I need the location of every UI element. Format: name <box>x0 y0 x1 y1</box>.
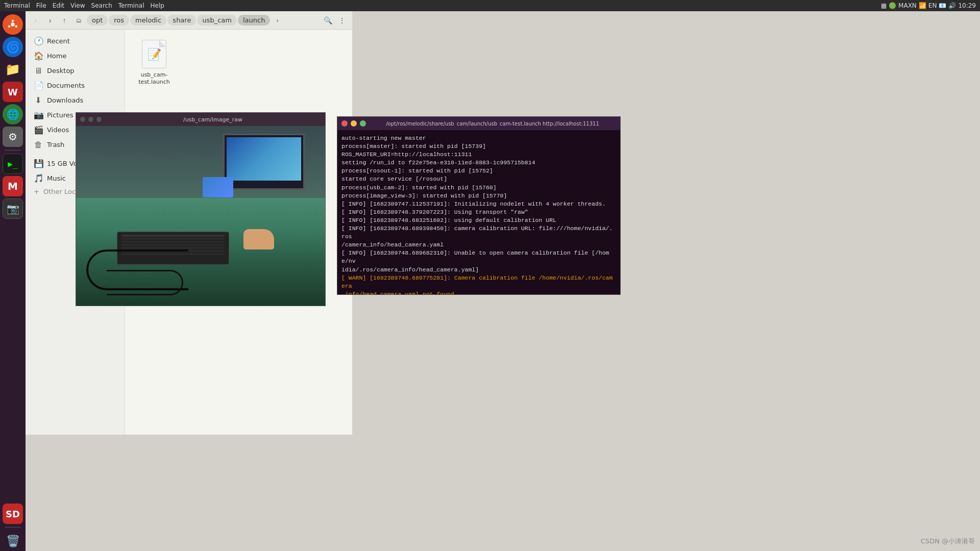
fm-forward-button[interactable]: › <box>44 14 56 27</box>
terminal-line: [ INFO] [1682389748.689682310]: Unable t… <box>341 249 616 265</box>
terminal-minimize-button[interactable] <box>351 120 357 127</box>
sidebar-item-videos-label: Videos <box>47 126 69 134</box>
sidebar-item-desktop-label: Desktop <box>47 67 75 74</box>
terminal-content[interactable]: auto-starting new masterprocess[master]:… <box>337 130 620 294</box>
terminal-line: started core service [/rosout] <box>341 175 616 183</box>
terminal-line: process[usb_cam-2]: started with pid [15… <box>341 184 616 192</box>
dock-separator-2 <box>5 527 21 528</box>
tray-mail-icon[interactable]: 📧 <box>939 2 946 9</box>
dock-trash-button[interactable]: 🗑️ <box>3 531 23 551</box>
sidebar-item-trash-label: Trash <box>47 141 64 148</box>
dock-terminal-button[interactable]: ▶_ <box>3 154 23 174</box>
image-viewer-title: /usb_cam/image_raw <box>105 116 321 123</box>
fm-parent-button[interactable]: 🗂 <box>72 14 85 27</box>
tray-nvidia-icon[interactable]: 🟢 <box>889 2 896 9</box>
hand-prop <box>243 229 274 249</box>
dock-ubuntu-button[interactable] <box>3 14 23 35</box>
desktop-icon: 🖥 <box>34 66 43 76</box>
terminal-line: [ INFO] [1682389748.379207223]: Using tr… <box>341 208 616 216</box>
terminal-line: auto-starting new master <box>341 134 616 142</box>
dock-green-app-button[interactable]: 🌐 <box>3 104 23 124</box>
cable-prop-2 <box>107 270 183 295</box>
menubar-right: ▦ 🟢 MAXN 📶 EN 📧 🔊 10:29 <box>881 2 976 9</box>
svg-point-2 <box>12 19 14 22</box>
volume-icon: 💾 <box>34 159 43 168</box>
terminal-line: process[master]: started with pid [15739… <box>341 142 616 151</box>
sidebar-item-downloads-label: Downloads <box>47 96 83 104</box>
dock-camera-button[interactable]: 📷 <box>3 198 23 219</box>
image-viewer-maximize-button[interactable] <box>96 117 102 122</box>
image-viewer-close-button[interactable] <box>80 117 85 122</box>
terminal-line: setting /run_id to f22e75ea-e310-11ed-88… <box>341 159 616 167</box>
terminal-maximize-button[interactable] <box>360 120 366 127</box>
tray-wifi-icon[interactable]: 📶 <box>919 2 926 9</box>
downloads-icon: ⬇ <box>34 95 43 105</box>
filemanager-toolbar: ‹ › ↑ 🗂 opt ros melodic share usb_cam la… <box>26 11 352 30</box>
monitor-prop <box>223 134 305 190</box>
terminal-close-button[interactable] <box>341 120 348 127</box>
svg-point-4 <box>8 25 11 28</box>
svg-point-3 <box>15 25 18 28</box>
file-thumbnail-usb-cam-test: 📝 <box>142 40 166 68</box>
fm-breadcrumb-opt[interactable]: opt <box>87 15 108 26</box>
fm-breadcrumb-share[interactable]: share <box>167 15 196 26</box>
fm-breadcrumb-expand[interactable]: › <box>271 14 283 27</box>
menubar-left: Terminal File Edit View Search Terminal … <box>4 2 164 9</box>
tray-time: 10:29 <box>958 2 976 9</box>
terminal-line: [ INFO] [1682389748.689398450]: camera c… <box>341 224 616 241</box>
dock-separator <box>5 150 21 151</box>
fm-search-button[interactable]: 🔍 <box>322 14 334 27</box>
fm-back-button[interactable]: ‹ <box>30 14 42 27</box>
tray-maxn-label: MAXN <box>898 2 917 9</box>
fm-breadcrumb-launch[interactable]: launch <box>238 15 270 26</box>
terminal-line: process[rosout-1]: started with pid [157… <box>341 167 616 175</box>
image-viewer-titlebar: /usb_cam/image_raw <box>76 113 325 126</box>
menubar-help[interactable]: Help <box>151 2 164 9</box>
terminal-window: /opt/ros/melodic/share/usb_cam/launch/us… <box>337 116 621 295</box>
sidebar-item-desktop[interactable]: 🖥 Desktop <box>28 63 122 78</box>
menubar-view[interactable]: View <box>70 2 85 9</box>
terminal-line: ROS_MASTER_URI=http://localhost:11311 <box>341 151 616 159</box>
image-viewer-content <box>76 126 325 306</box>
image-viewer-minimize-button[interactable] <box>88 117 93 122</box>
terminal-line: _info/head_camera.yaml not found. <box>341 290 616 294</box>
svg-point-1 <box>11 22 14 26</box>
tray-lang-icon[interactable]: EN <box>928 2 937 9</box>
tray-sound-icon[interactable]: 🔊 <box>948 2 956 9</box>
dock-settings-button[interactable]: ⚙️ <box>3 127 23 147</box>
dock-files-button[interactable]: 📁 <box>3 59 23 80</box>
recent-icon: 🕐 <box>34 36 43 46</box>
dock-red-app-button[interactable]: M <box>3 176 23 196</box>
documents-icon: 📄 <box>34 81 43 90</box>
menubar-appname[interactable]: Terminal <box>4 2 30 9</box>
device-prop <box>203 177 233 197</box>
sidebar-item-recent-label: Recent <box>47 37 70 45</box>
menubar-terminal[interactable]: Terminal <box>118 2 144 9</box>
keyboard-keys <box>121 235 225 237</box>
add-location-icon: + <box>34 188 39 195</box>
menubar-search[interactable]: Search <box>91 2 112 9</box>
dock-browser-button[interactable]: 🌀 <box>3 37 23 57</box>
home-icon: 🏠 <box>34 51 43 61</box>
fm-up-button[interactable]: ↑ <box>58 14 70 27</box>
fm-breadcrumb-usbcam[interactable]: usb_cam <box>197 15 237 26</box>
sidebar-item-downloads[interactable]: ⬇ Downloads <box>28 93 122 108</box>
fm-breadcrumb-melodic[interactable]: melodic <box>130 15 166 26</box>
menubar-edit[interactable]: Edit <box>53 2 64 9</box>
fm-view-button[interactable]: ⋮ <box>336 14 348 27</box>
sidebar-item-home[interactable]: 🏠 Home <box>28 48 122 63</box>
terminal-line: [ INFO] [1682389748.683251602]: using de… <box>341 216 616 224</box>
dock: 🌀 📁 W 🌐 ⚙️ ▶_ M 📷 SD 🗑️ <box>0 11 26 551</box>
sidebar-item-documents-label: Documents <box>47 82 85 89</box>
sidebar-item-music-label: Music <box>47 174 66 182</box>
file-icon-usb-cam-test[interactable]: 📝 usb_cam-test.launch <box>131 36 177 90</box>
menubar-file[interactable]: File <box>36 2 46 9</box>
dock-sdcard-button[interactable]: SD <box>3 504 23 524</box>
fm-breadcrumb-ros[interactable]: ros <box>109 15 129 26</box>
tray-grid-icon[interactable]: ▦ <box>881 2 887 9</box>
sidebar-item-recent[interactable]: 🕐 Recent <box>28 34 122 48</box>
sidebar-item-documents[interactable]: 📄 Documents <box>28 78 122 93</box>
terminal-line: [ WARN] [1682389748.689775281]: Camera c… <box>341 274 616 290</box>
dock-libreoffice-button[interactable]: W <box>3 82 23 102</box>
terminal-title: /opt/ros/melodic/share/usb_cam/launch/us… <box>369 121 616 127</box>
